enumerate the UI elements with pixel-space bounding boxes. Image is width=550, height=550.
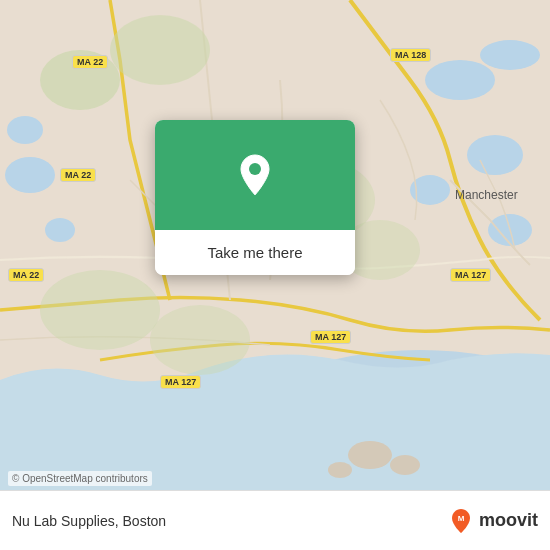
manchester-label: Manchester <box>455 188 518 202</box>
moovit-icon: M <box>447 507 475 535</box>
map-attribution: © OpenStreetMap contributors <box>8 471 152 486</box>
moovit-text: moovit <box>479 510 538 531</box>
svg-point-18 <box>40 270 160 350</box>
bottom-left: Nu Lab Supplies, Boston <box>12 513 166 529</box>
svg-point-4 <box>425 60 495 100</box>
svg-point-20 <box>249 163 261 175</box>
road-badge-ma22-mid: MA 22 <box>60 168 96 182</box>
svg-text:M: M <box>458 514 465 523</box>
take-me-there-button[interactable]: Take me there <box>155 230 355 275</box>
place-name: Nu Lab Supplies, Boston <box>12 513 166 529</box>
road-badge-ma22-left: MA 22 <box>8 268 44 282</box>
road-badge-ma127-mid: MA 127 <box>310 330 351 344</box>
svg-point-12 <box>328 462 352 478</box>
svg-point-19 <box>150 305 250 375</box>
location-pin-icon <box>231 151 279 199</box>
bottom-bar: Nu Lab Supplies, Boston M moovit <box>0 490 550 550</box>
road-badge-ma127-left: MA 127 <box>160 375 201 389</box>
road-badge-ma22-top: MA 22 <box>72 55 108 69</box>
svg-point-6 <box>467 135 523 175</box>
svg-point-11 <box>390 455 420 475</box>
popup-card: Take me there <box>155 120 355 275</box>
svg-point-2 <box>5 157 55 193</box>
svg-point-10 <box>348 441 392 469</box>
road-badge-ma127-right: MA 127 <box>450 268 491 282</box>
map-container: Manchester MA 22 MA 22 MA 22 MA 128 MA 1… <box>0 0 550 490</box>
svg-point-3 <box>45 218 75 242</box>
moovit-logo: M moovit <box>447 507 538 535</box>
svg-point-5 <box>480 40 540 70</box>
svg-point-14 <box>110 15 210 85</box>
popup-green-area <box>155 120 355 230</box>
svg-point-9 <box>7 116 43 144</box>
road-badge-ma128: MA 128 <box>390 48 431 62</box>
